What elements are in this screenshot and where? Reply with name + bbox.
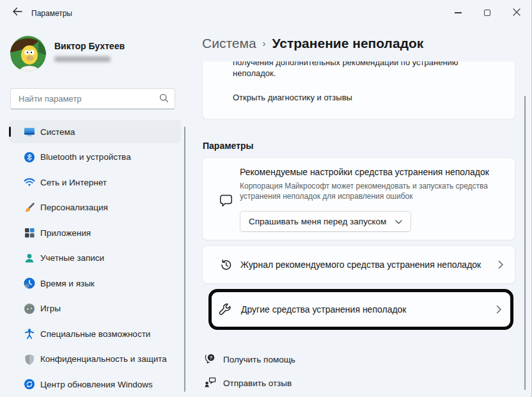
get-help-label: Получить помощь (223, 355, 295, 364)
sidebar-item-apps[interactable]: Приложения (9, 221, 181, 244)
dropdown-value: Спрашивать меня перед запуском (249, 217, 386, 226)
maximize-icon (484, 10, 490, 16)
feedback-icon (204, 376, 216, 391)
sidebar-item-label: Специальные возможности (40, 329, 150, 339)
app-title: Параметры (31, 9, 72, 18)
clock-icon (24, 277, 35, 289)
accessibility-person-icon (24, 328, 35, 339)
sidebar-item-label: Система (40, 127, 75, 137)
sidebar-item-label: Конфиденциальность и защита (40, 354, 167, 364)
sidebar-item-label: Учетные записи (40, 253, 104, 263)
avatar[interactable] (10, 36, 46, 72)
search-icon (159, 93, 169, 105)
sidebar-item-label: Время и язык (40, 279, 95, 288)
send-feedback-link[interactable]: Отправить отзыв (204, 376, 292, 391)
diagnostics-text-clipped: получения дополнительных рекомендаций по… (233, 61, 502, 68)
history-icon (219, 258, 233, 272)
sidebar-item-label: Центр обновления Windows (40, 380, 153, 389)
settings-window: Параметры Виктор Бухтеев (0, 0, 532, 397)
search-box (10, 88, 175, 109)
sidebar-item-accessibility[interactable]: Специальные возможности (9, 322, 181, 345)
breadcrumb-parent[interactable]: Система (202, 36, 256, 51)
update-sync-icon (24, 378, 35, 390)
minimize-icon (455, 12, 462, 13)
svg-text:?: ? (210, 355, 213, 361)
sidebar-item-label: Bluetooth и устройства (40, 152, 131, 162)
recommended-title: Рекомендуемые настройки средства устране… (240, 167, 489, 177)
xbox-games-icon (24, 303, 35, 315)
history-label: Журнал рекомендуемого средства устранени… (240, 260, 481, 270)
sidebar-item-time-language[interactable]: Время и язык (9, 272, 181, 295)
sidebar-item-bluetooth[interactable]: Bluetooth и устройства (9, 146, 181, 169)
back-button[interactable] (8, 5, 27, 20)
other-troubleshooters-label: Другие средства устранения неполадок (241, 304, 407, 315)
titlebar: Параметры (0, 0, 531, 26)
close-icon (513, 7, 520, 19)
sidebar-item-windows-update[interactable]: Центр обновления Windows (9, 373, 181, 396)
close-button[interactable] (502, 0, 531, 26)
wrench-icon (217, 302, 232, 317)
bluetooth-icon (24, 152, 35, 163)
chevron-down-icon (395, 217, 402, 226)
get-help-link[interactable]: ? Получить помощь (204, 352, 295, 367)
minimize-button[interactable] (443, 0, 473, 26)
avatar-image (10, 36, 46, 72)
recommended-settings-card: Рекомендуемые настройки средства устране… (202, 157, 515, 240)
wifi-icon (24, 176, 35, 188)
history-card[interactable]: Журнал рекомендуемого средства устранени… (202, 245, 515, 284)
page-title: Устранение неполадок (272, 36, 424, 51)
sidebar-item-network[interactable]: Сеть и Интернет (9, 171, 181, 194)
chevron-right-icon (498, 260, 503, 269)
back-arrow-icon (12, 7, 22, 19)
search-input[interactable] (10, 88, 175, 109)
sidebar-item-label: Сеть и Интернет (40, 178, 107, 187)
help-icon: ? (204, 352, 216, 367)
sidebar-item-games[interactable]: Игры (9, 297, 181, 320)
sidebar-item-label: Приложения (40, 228, 91, 238)
maximize-button[interactable] (473, 0, 502, 26)
send-feedback-label: Отправить отзыв (223, 378, 292, 388)
person-icon (24, 253, 35, 264)
breadcrumb: Система › Устранение неполадок (202, 36, 423, 51)
paintbrush-icon (24, 202, 35, 214)
sidebar-item-accounts[interactable]: Учетные записи (9, 247, 181, 270)
system-monitor-icon (24, 126, 35, 137)
user-email-blurred (54, 56, 111, 62)
other-troubleshooters-card-highlighted[interactable]: Другие средства устранения неполадок (208, 289, 513, 330)
sidebar-scrollbar[interactable] (184, 127, 185, 392)
sidebar-item-system[interactable]: Система (9, 120, 181, 143)
sidebar-item-label: Персонализация (40, 203, 108, 212)
section-title: Параметры (203, 141, 254, 151)
recommended-description: Корпорация Майкрософт может рекомендоват… (240, 181, 496, 201)
sidebar-item-privacy[interactable]: Конфиденциальность и защита (9, 348, 181, 371)
comment-bubble-icon (219, 193, 233, 210)
main-scrollbar[interactable] (524, 96, 526, 390)
diagnostics-text-end: неполадок. (233, 68, 502, 79)
breadcrumb-separator-icon: › (263, 38, 266, 49)
apps-grid-icon (24, 227, 35, 238)
scroll-clipped-region: получения дополнительных рекомендаций по… (202, 61, 515, 120)
shield-icon (24, 354, 35, 365)
run-mode-dropdown[interactable]: Спрашивать меня перед запуском (240, 211, 411, 232)
sidebar-nav: Система Bluetooth и устройства Сеть и Ин… (0, 120, 192, 397)
user-name: Виктор Бухтеев (54, 41, 125, 51)
sidebar-item-label: Игры (40, 304, 61, 313)
open-diagnostics-link[interactable]: Открыть диагностику и отзывы (233, 93, 352, 102)
sidebar: Виктор Бухтеев Система Bluetooth и устро… (0, 26, 192, 397)
chevron-right-icon (496, 305, 501, 314)
diagnostics-card: получения дополнительных рекомендаций по… (202, 61, 515, 120)
sidebar-item-personalization[interactable]: Персонализация (9, 196, 181, 219)
